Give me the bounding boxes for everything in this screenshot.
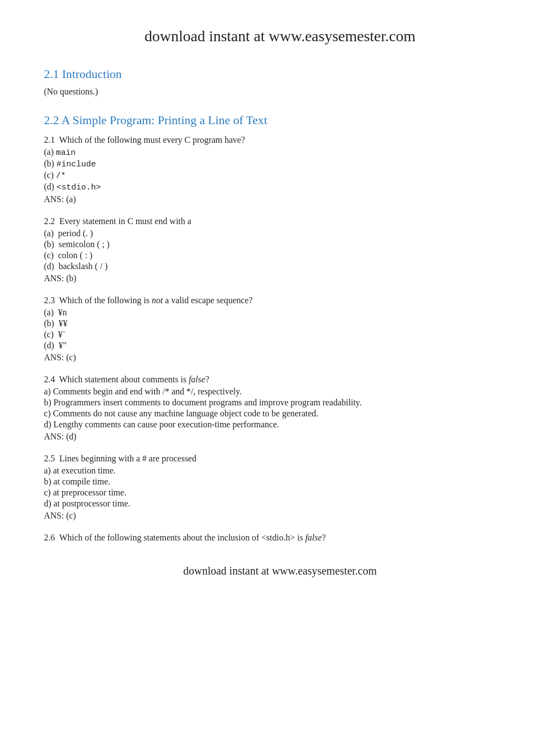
- question-2-6: 2.6 Which of the following statements ab…: [44, 533, 516, 543]
- option-2-4-d: d) Lengthy comments can cause poor execu…: [44, 420, 516, 430]
- answer-2-5: ANS: (c): [44, 511, 516, 521]
- option-2-2-d: (d) backslash ( / ): [44, 261, 516, 271]
- question-2-5-text: 2.5 Lines beginning with a # are process…: [44, 454, 516, 464]
- question-2-5: 2.5 Lines beginning with a # are process…: [44, 454, 516, 521]
- section-2-2-heading: 2.2 A Simple Program: Printing a Line of…: [44, 113, 516, 127]
- section-2-2: 2.2 A Simple Program: Printing a Line of…: [44, 113, 516, 543]
- page-footer: download instant at www.easysemester.com: [44, 565, 516, 577]
- option-2-2-c: (c) colon ( : ): [44, 250, 516, 260]
- question-2-2-text: 2.2 Every statement in C must end with a: [44, 216, 516, 226]
- option-2-5-b: b) at compile time.: [44, 477, 516, 487]
- option-2-5-a: a) at execution time.: [44, 466, 516, 476]
- option-2-1-c: (c) /*: [44, 170, 516, 181]
- option-2-4-c: c) Comments do not cause any machine lan…: [44, 409, 516, 419]
- question-2-4-text: 2.4 Which statement about comments is fa…: [44, 375, 516, 384]
- question-2-4: 2.4 Which statement about comments is fa…: [44, 375, 516, 442]
- question-2-3-text: 2.3 Which of the following is not a vali…: [44, 296, 516, 305]
- option-2-2-b: (b) semicolon ( ; ): [44, 239, 516, 249]
- option-2-4-a: a) Comments begin and end with /* and */…: [44, 387, 516, 397]
- answer-2-4: ANS: (d): [44, 432, 516, 442]
- question-2-6-text: 2.6 Which of the following statements ab…: [44, 533, 516, 543]
- option-2-5-c: c) at preprocessor time.: [44, 488, 516, 498]
- option-2-1-a: (a) main: [44, 147, 516, 158]
- question-2-2: 2.2 Every statement in C must end with a…: [44, 216, 516, 283]
- option-2-3-a: (a) ¥n: [44, 308, 516, 317]
- answer-2-3: ANS: (c): [44, 353, 516, 363]
- question-2-1-text: 2.1 Which of the following must every C …: [44, 135, 516, 145]
- section-2-1: 2.1 Introduction (No questions.): [44, 67, 516, 97]
- question-2-1: 2.1 Which of the following must every C …: [44, 135, 516, 204]
- option-2-1-b: (b) #include: [44, 159, 516, 169]
- option-2-3-c: (c) ¥¨: [44, 330, 516, 339]
- answer-2-1: ANS: (a): [44, 194, 516, 204]
- answer-2-2: ANS: (b): [44, 274, 516, 283]
- option-2-2-a: (a) period (. ): [44, 229, 516, 238]
- question-2-3: 2.3 Which of the following is not a vali…: [44, 296, 516, 363]
- page-header: download instant at www.easysemester.com: [44, 27, 516, 45]
- option-2-3-d: (d) ¥": [44, 341, 516, 350]
- no-questions-text: (No questions.): [44, 87, 516, 97]
- option-2-4-b: b) Programmers insert comments to docume…: [44, 398, 516, 408]
- option-2-5-d: d) at postprocessor time.: [44, 499, 516, 509]
- option-2-1-d: (d) <stdio.h>: [44, 182, 516, 192]
- option-2-3-b: (b) ¥¥: [44, 319, 516, 328]
- section-2-1-heading: 2.1 Introduction: [44, 67, 516, 81]
